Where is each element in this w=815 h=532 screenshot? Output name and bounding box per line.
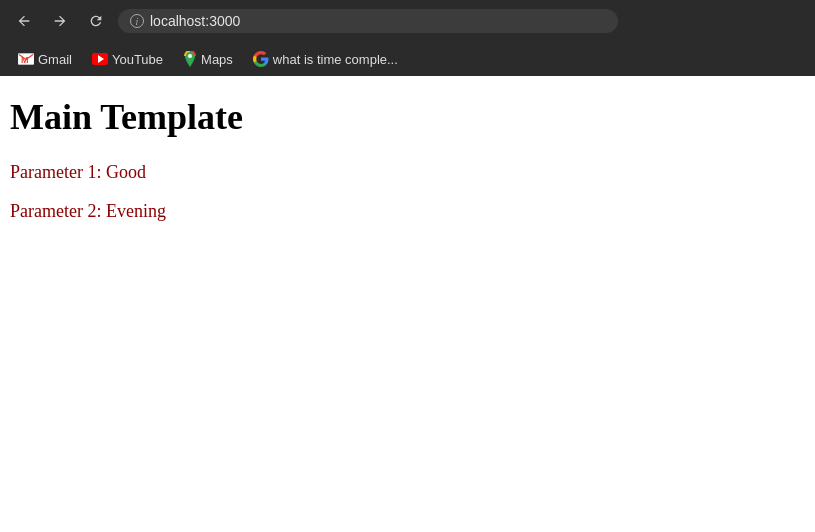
url-text: localhost:3000 xyxy=(150,13,240,29)
browser-chrome: i localhost:3000 M Gmail YouTube xyxy=(0,0,815,76)
back-button[interactable] xyxy=(10,7,38,35)
forward-button[interactable] xyxy=(46,7,74,35)
page-content: Main Template Parameter 1: Good Paramete… xyxy=(0,76,815,532)
param1-label: Parameter 1: xyxy=(10,162,106,182)
address-bar[interactable]: i localhost:3000 xyxy=(118,9,618,33)
param2-label: Parameter 2: xyxy=(10,201,106,221)
maps-icon xyxy=(183,51,197,67)
bookmark-google-label: what is time comple... xyxy=(273,52,398,67)
bookmark-google-search[interactable]: what is time comple... xyxy=(245,48,406,70)
svg-point-3 xyxy=(188,54,192,58)
google-icon xyxy=(253,51,269,67)
param2-value: Evening xyxy=(106,201,166,221)
bookmarks-bar: M Gmail YouTube Maps xyxy=(0,42,815,76)
nav-bar: i localhost:3000 xyxy=(0,0,815,42)
param1-value: Good xyxy=(106,162,146,182)
reload-button[interactable] xyxy=(82,7,110,35)
youtube-icon xyxy=(92,53,108,65)
bookmark-gmail-label: Gmail xyxy=(38,52,72,67)
bookmark-maps[interactable]: Maps xyxy=(175,48,241,70)
param2-text: Parameter 2: Evening xyxy=(10,201,805,222)
bookmark-youtube[interactable]: YouTube xyxy=(84,49,171,70)
bookmark-gmail[interactable]: M Gmail xyxy=(10,48,80,70)
bookmark-maps-label: Maps xyxy=(201,52,233,67)
param1-text: Parameter 1: Good xyxy=(10,162,805,183)
bookmark-youtube-label: YouTube xyxy=(112,52,163,67)
svg-text:M: M xyxy=(21,55,29,65)
gmail-icon: M xyxy=(18,51,34,67)
security-icon: i xyxy=(130,14,144,28)
page-title: Main Template xyxy=(10,96,805,138)
